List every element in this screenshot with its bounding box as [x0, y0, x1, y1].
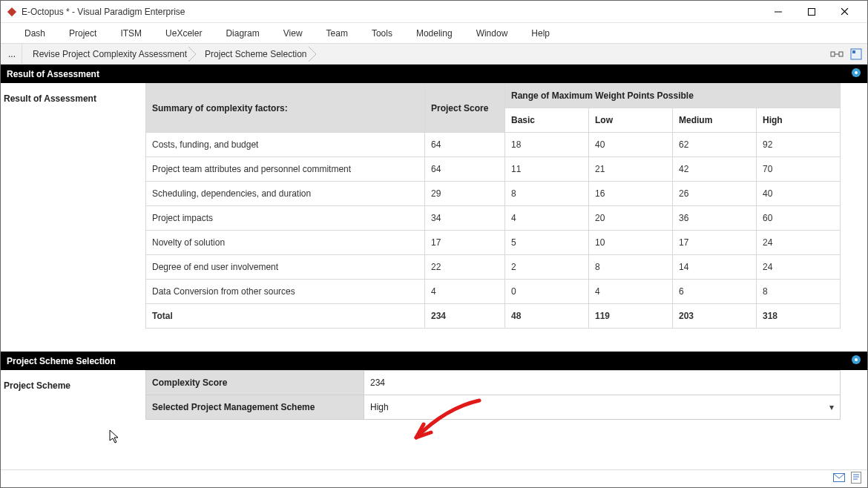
- chevron-right-icon: [307, 45, 318, 63]
- svg-point-8: [855, 358, 858, 361]
- help-icon[interactable]: [851, 67, 861, 80]
- table-cell: 40: [757, 182, 841, 206]
- table-cell: 17: [673, 231, 757, 255]
- table-cell: 8: [589, 255, 673, 280]
- table-cell: 4: [425, 280, 505, 304]
- table-cell: Degree of end user involvement: [146, 255, 425, 280]
- table-cell: 22: [425, 255, 505, 280]
- panel-header-scheme: Project Scheme Selection: [1, 352, 867, 370]
- panel-side-label-scheme: Project Scheme: [1, 370, 145, 429]
- total-cell: 318: [757, 304, 841, 329]
- table-cell: 29: [425, 182, 505, 206]
- menu-window[interactable]: Window: [464, 25, 520, 42]
- col-basic: Basic: [505, 108, 589, 133]
- table-cell: 17: [425, 231, 505, 255]
- chevron-right-icon: [187, 45, 197, 63]
- statusbar: [1, 469, 867, 487]
- app-icon: [7, 7, 17, 17]
- breadcrumb-item-2[interactable]: Project Scheme Selection: [197, 44, 317, 64]
- menu-tools[interactable]: Tools: [360, 25, 404, 42]
- col-score: Project Score: [425, 84, 505, 133]
- panel-header-result: Result of Assessment: [1, 65, 867, 83]
- scheme-select-cell[interactable]: High ▾: [364, 395, 841, 420]
- menu-view[interactable]: View: [272, 25, 315, 42]
- table-cell: 4: [505, 206, 589, 231]
- note-icon[interactable]: [851, 472, 861, 486]
- table-cell: Project team attributes and personnel co…: [146, 157, 425, 182]
- table-cell: 62: [673, 133, 757, 157]
- table-cell: 8: [757, 280, 841, 304]
- table-cell: 26: [673, 182, 757, 206]
- table-cell: 5: [505, 231, 589, 255]
- table-cell: 36: [673, 206, 757, 231]
- breadcrumb-bar: ... Revise Project Complexity Assessment…: [1, 44, 867, 65]
- minimize-button[interactable]: [761, 1, 795, 22]
- breadcrumb-item-1[interactable]: Revise Project Complexity Assessment: [25, 44, 197, 64]
- menu-diagram[interactable]: Diagram: [214, 25, 271, 42]
- table-cell: 8: [505, 182, 589, 206]
- toolbar-layout-button[interactable]: [829, 46, 845, 62]
- table-cell: Costs, funding, and budget: [146, 133, 425, 157]
- table-row: Novelty of solution175101724: [146, 231, 841, 255]
- help-icon[interactable]: [851, 355, 861, 367]
- panel-title: Project Scheme Selection: [7, 356, 851, 366]
- content-area: Result of Assessment Result of Assessmen…: [1, 65, 867, 469]
- table-row: Costs, funding, and budget6418406292: [146, 133, 841, 157]
- menu-uexceler[interactable]: UeXceler: [154, 25, 214, 42]
- panel-body-result: Result of Assessment Summary of complexi…: [1, 83, 867, 338]
- scheme-row-select: Selected Project Management Scheme High …: [146, 395, 841, 420]
- table-cell: 10: [589, 231, 673, 255]
- table-row: Scheduling, dependencies, and duration29…: [146, 182, 841, 206]
- menu-project[interactable]: Project: [57, 25, 108, 42]
- factors-table: Summary of complexity factors: Project S…: [145, 83, 841, 329]
- col-low: Low: [589, 108, 673, 133]
- table-cell: Novelty of solution: [146, 231, 425, 255]
- col-medium: Medium: [673, 108, 757, 133]
- mail-icon[interactable]: [833, 473, 845, 484]
- table-cell: 2: [505, 255, 589, 280]
- panel-separator: [1, 338, 867, 352]
- menu-itsm[interactable]: ITSM: [108, 25, 154, 42]
- svg-rect-2: [839, 52, 843, 56]
- table-cell: 60: [757, 206, 841, 231]
- table-cell: 4: [589, 280, 673, 304]
- table-cell: 6: [673, 280, 757, 304]
- table-cell: 24: [757, 231, 841, 255]
- table-row: Data Conversion from other sources40468: [146, 280, 841, 304]
- scheme-score-value: 234: [364, 371, 841, 395]
- panel-side-label-result: Result of Assessment: [1, 83, 145, 337]
- col-summary: Summary of complexity factors:: [146, 84, 425, 133]
- menu-modeling[interactable]: Modeling: [404, 25, 464, 42]
- table-cell: 24: [757, 255, 841, 280]
- app-window: E-Octopus * - Visual Paradigm Enterprise…: [0, 0, 868, 488]
- total-label: Total: [146, 304, 425, 329]
- table-cell: 92: [757, 133, 841, 157]
- toolbar-diagram-button[interactable]: [848, 46, 864, 62]
- table-cell: 0: [505, 280, 589, 304]
- table-cell: 42: [673, 157, 757, 182]
- svg-rect-4: [852, 50, 855, 53]
- scheme-select-label: Selected Project Management Scheme: [146, 395, 364, 420]
- svg-rect-1: [831, 52, 835, 56]
- table-cell: 21: [589, 157, 673, 182]
- menu-help[interactable]: Help: [519, 25, 562, 42]
- svg-point-6: [855, 71, 858, 74]
- svg-rect-0: [808, 8, 815, 15]
- table-cell: 70: [757, 157, 841, 182]
- table-cell: 16: [589, 182, 673, 206]
- svg-rect-10: [852, 472, 861, 484]
- table-row-total: Total23448119203318: [146, 304, 841, 329]
- menu-team[interactable]: Team: [315, 25, 360, 42]
- window-title: E-Octopus * - Visual Paradigm Enterprise: [22, 7, 761, 17]
- scheme-table: Complexity Score 234 Selected Project Ma…: [145, 370, 841, 420]
- total-cell: 234: [425, 304, 505, 329]
- scheme-select-value: High: [370, 402, 389, 412]
- maximize-button[interactable]: [795, 1, 828, 22]
- scheme-score-label: Complexity Score: [146, 371, 364, 395]
- table-cell: 64: [425, 133, 505, 157]
- menu-dash[interactable]: Dash: [13, 25, 57, 42]
- window-buttons: [761, 1, 861, 22]
- breadcrumb-overflow[interactable]: ...: [2, 44, 22, 64]
- table-cell: Scheduling, dependencies, and duration: [146, 182, 425, 206]
- close-button[interactable]: [828, 1, 861, 22]
